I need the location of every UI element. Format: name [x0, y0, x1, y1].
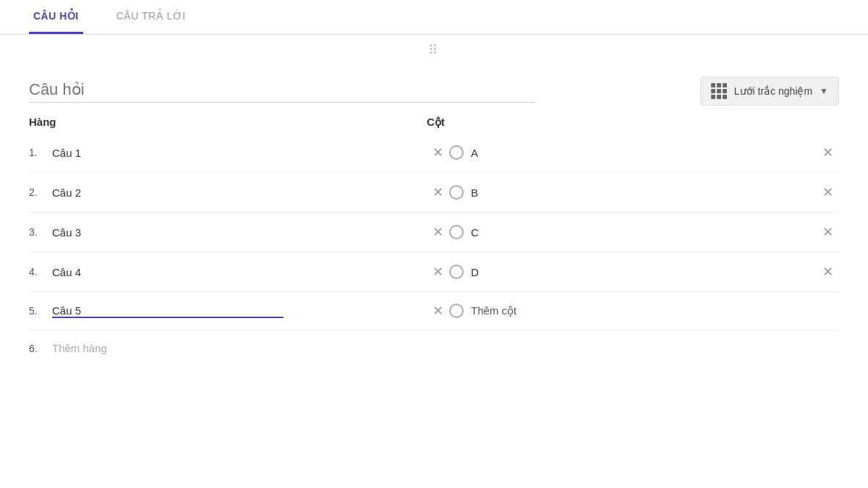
- hang-cell-4: 4. Câu 4: [29, 266, 427, 278]
- tab-cau-hoi[interactable]: CÂU HỎI: [29, 0, 83, 34]
- radio-circle-3[interactable]: [449, 225, 464, 239]
- drag-handle-row: ⠿: [0, 35, 868, 62]
- radio-circle-5[interactable]: [449, 304, 464, 318]
- cot-cell-5: Thêm cột: [449, 304, 839, 318]
- add-row-label: Thêm hàng: [52, 342, 107, 354]
- table-row: 3. Câu 3 ✕ C ✕: [29, 213, 839, 252]
- add-row-number: 6.: [29, 343, 45, 354]
- grid-table: Hàng Cột 1. Câu 1 ✕ A ✕ 2.: [29, 116, 839, 354]
- remove-col-2-button[interactable]: ✕: [817, 184, 839, 200]
- question-header-row: Lưới trắc nghiệm ▼: [29, 77, 839, 106]
- table-row: 4. Câu 4 ✕ D ✕: [29, 252, 839, 292]
- row-label-2: Câu 2: [52, 187, 81, 199]
- col-label-3: C: [471, 226, 479, 239]
- row-label-3: Câu 3: [52, 226, 81, 239]
- col-label-1: A: [471, 147, 478, 159]
- remove-row-5-button[interactable]: ✕: [427, 304, 449, 317]
- tabs-bar: CÂU HỎI CÂU TRẢ LỜI: [0, 0, 868, 35]
- hang-cell-3: 3. Câu 3: [29, 226, 427, 239]
- cot-header: Cột: [427, 116, 839, 129]
- col-label-4: D: [471, 266, 479, 278]
- row-number-1: 1.: [29, 147, 45, 158]
- remove-col-4-button[interactable]: ✕: [817, 264, 839, 280]
- radio-circle-4[interactable]: [449, 265, 464, 279]
- row-label-1: Câu 1: [52, 147, 81, 159]
- grid-icon: [711, 83, 727, 99]
- hang-cell-2: 2. Câu 2: [29, 187, 427, 199]
- col-label-2: B: [471, 187, 478, 199]
- cot-cell-2: B: [449, 185, 817, 200]
- add-row[interactable]: 6. Thêm hàng: [29, 330, 839, 354]
- type-label: Lưới trắc nghiệm: [734, 85, 812, 97]
- question-title-input[interactable]: [29, 80, 535, 103]
- cot-cell-1: A: [449, 145, 817, 160]
- radio-circle-1[interactable]: [449, 145, 464, 160]
- hang-cell-5: 5.: [29, 304, 427, 318]
- drag-handle-icon: ⠿: [428, 42, 440, 58]
- add-col-label[interactable]: Thêm cột: [471, 304, 516, 317]
- hang-cell-1: 1. Câu 1: [29, 147, 427, 159]
- tab-cau-tra-loi[interactable]: CÂU TRẢ LỜI: [112, 0, 190, 34]
- remove-col-1-button[interactable]: ✕: [817, 145, 839, 160]
- radio-circle-2[interactable]: [449, 185, 464, 200]
- hang-header: Hàng: [29, 116, 427, 129]
- cot-cell-3: C: [449, 225, 817, 239]
- remove-row-2-button[interactable]: ✕: [427, 186, 449, 199]
- question-type-selector[interactable]: Lưới trắc nghiệm ▼: [700, 77, 839, 106]
- row-number-5: 5.: [29, 305, 45, 317]
- row-label-input-5[interactable]: [52, 304, 284, 318]
- remove-row-3-button[interactable]: ✕: [427, 226, 449, 239]
- main-content: Lưới trắc nghiệm ▼ Hàng Cột 1. Câu 1 ✕ A: [0, 62, 868, 488]
- grid-header-row: Hàng Cột: [29, 116, 839, 133]
- chevron-down-icon: ▼: [820, 86, 828, 96]
- cot-cell-4: D: [449, 265, 817, 279]
- table-row: 1. Câu 1 ✕ A ✕: [29, 133, 839, 173]
- remove-row-4-button[interactable]: ✕: [427, 265, 449, 278]
- remove-col-3-button[interactable]: ✕: [817, 224, 839, 240]
- row-number-3: 3.: [29, 226, 45, 238]
- app-container: CÂU HỎI CÂU TRẢ LỜI ⠿ Lưới trắc nghiệm ▼: [0, 0, 868, 488]
- table-row: 5. ✕ Thêm cột: [29, 292, 839, 330]
- table-row: 2. Câu 2 ✕ B ✕: [29, 173, 839, 213]
- remove-row-1-button[interactable]: ✕: [427, 146, 449, 159]
- row-label-4: Câu 4: [52, 266, 81, 278]
- row-number-2: 2.: [29, 187, 45, 198]
- row-number-4: 4.: [29, 266, 45, 278]
